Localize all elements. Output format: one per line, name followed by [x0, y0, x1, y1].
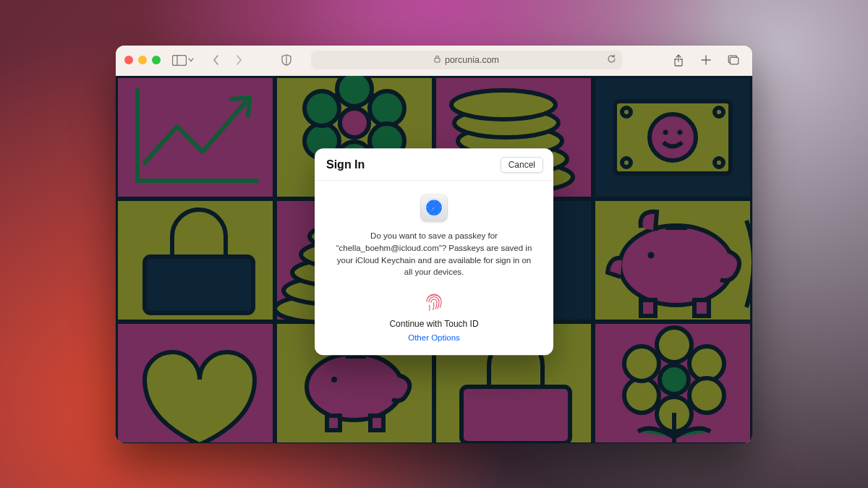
page-content: Sign In Cancel — [116, 76, 752, 443]
cancel-button[interactable]: Cancel — [501, 157, 543, 173]
browser-toolbar: porcunia.com — [116, 46, 752, 76]
passkey-modal: Sign In Cancel — [315, 148, 553, 355]
share-button[interactable] — [668, 51, 689, 69]
reload-icon — [607, 54, 616, 64]
toolbar-right — [668, 51, 744, 69]
other-options-link[interactable]: Other Options — [331, 333, 537, 342]
back-button[interactable] — [205, 51, 226, 69]
safari-app-icon — [420, 194, 448, 221]
browser-window: porcunia.com — [116, 46, 752, 443]
window-controls — [124, 56, 161, 64]
reload-button[interactable] — [607, 54, 616, 66]
continue-with-touchid-label: Continue with Touch ID — [331, 319, 537, 329]
touch-id-button[interactable] — [422, 290, 446, 313]
fingerprint-icon — [423, 291, 445, 312]
share-icon — [673, 54, 684, 67]
svg-rect-4 — [730, 57, 739, 64]
forward-button[interactable] — [229, 51, 249, 69]
modal-header: Sign In Cancel — [315, 148, 553, 181]
modal-body: Do you want to save a passkey for “chell… — [315, 181, 553, 355]
privacy-report-button[interactable] — [276, 51, 297, 69]
lock-icon — [434, 55, 441, 65]
close-window-button[interactable] — [124, 56, 133, 64]
svg-rect-3 — [435, 59, 440, 63]
minimize-window-button[interactable] — [138, 56, 147, 64]
address-text: porcunia.com — [445, 55, 499, 65]
chevron-down-icon — [188, 58, 194, 62]
chevron-right-icon — [236, 55, 242, 65]
tabs-icon — [728, 55, 739, 65]
modal-message: Do you want to save a passkey for “chell… — [333, 230, 535, 278]
plus-icon — [701, 55, 711, 65]
navigation-arrows — [205, 51, 249, 69]
shield-icon — [281, 54, 292, 66]
sidebar-toggle-button[interactable] — [172, 55, 194, 66]
fullscreen-window-button[interactable] — [152, 56, 161, 64]
sidebar-icon — [172, 55, 187, 66]
modal-title: Sign In — [326, 158, 365, 171]
chevron-left-icon — [213, 55, 219, 65]
svg-rect-0 — [173, 55, 187, 65]
address-bar[interactable]: porcunia.com — [311, 51, 622, 69]
new-tab-button[interactable] — [696, 51, 716, 69]
tab-overview-button[interactable] — [723, 51, 744, 69]
